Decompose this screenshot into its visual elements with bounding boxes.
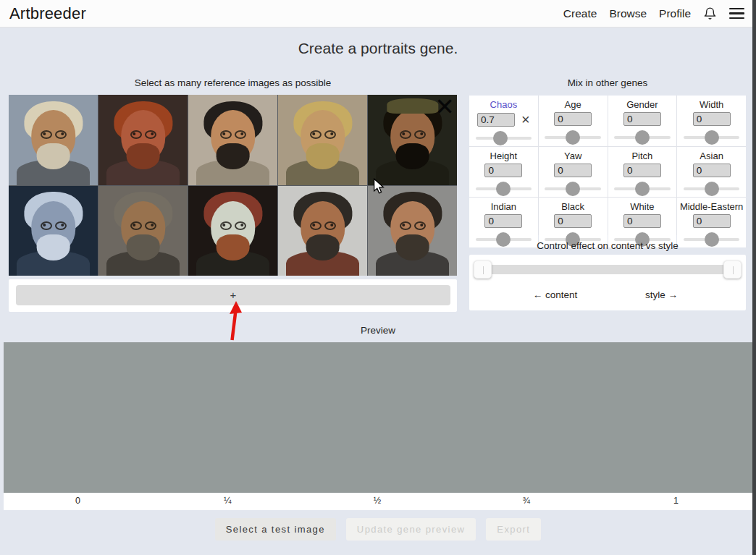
export-button[interactable]: Export [486,518,541,541]
portrait-beard [216,143,250,169]
content-style-range-slider[interactable] [475,265,740,274]
gene-value-input[interactable] [623,112,661,126]
portrait-beard [126,234,160,260]
gene-value-input[interactable] [554,112,592,126]
reference-section-header: Select as many reference images as possi… [9,77,457,88]
gene-slider[interactable] [476,131,532,146]
gene-slider[interactable] [614,130,671,145]
gene-value-input[interactable] [484,214,522,228]
gene-slider[interactable] [545,130,601,145]
reference-image[interactable] [278,186,367,276]
gene-cell: Asian [677,147,746,197]
slider-thumb[interactable] [566,130,580,145]
portrait-beard [395,234,429,260]
page-title: Create a portraits gene. [0,40,756,57]
navbar: Artbreeder Create Browse Profile [0,0,756,27]
reference-image[interactable] [98,95,188,185]
slider-thumb[interactable] [705,130,719,145]
gene-cell: Gender [608,96,677,146]
gene-slider[interactable] [684,130,740,145]
portrait-beard [126,143,160,169]
glasses-icon [310,221,336,230]
gene-label: Asian [700,151,723,161]
preview-area [4,342,752,493]
axis-tick-label: ¼ [224,496,231,506]
remove-gene-icon[interactable]: × [521,112,530,127]
gene-value-input[interactable] [623,214,661,228]
gene-label: Chaos [490,99,518,110]
gene-slider[interactable] [545,182,601,197]
nav-link-create[interactable]: Create [563,7,597,20]
slider-thumb[interactable] [635,130,650,145]
range-handle-left[interactable] [474,260,492,279]
preview-header: Preview [0,325,756,336]
gene-cell: Chaos × [469,96,538,146]
update-gene-preview-button[interactable]: Update gene preview [346,518,476,541]
gene-value-input[interactable] [477,113,515,127]
gene-value-input[interactable] [484,164,522,177]
close-icon[interactable]: ✕ [434,95,455,120]
gene-slider[interactable] [614,182,671,197]
gene-label: Height [490,151,518,161]
nav-link-browse[interactable]: Browse [609,7,647,20]
mouse-cursor [373,178,385,194]
hamburger-menu-icon[interactable] [729,8,744,20]
portrait-hat [387,98,438,114]
glasses-icon [220,130,246,139]
reference-image[interactable] [278,95,367,185]
gene-value-input[interactable] [623,164,661,177]
range-handle-right[interactable] [723,260,742,279]
gene-cell: Pitch [608,147,677,197]
reference-image[interactable] [98,186,188,276]
glasses-icon [130,130,156,139]
style-label: style → [645,289,678,300]
nav-link-profile[interactable]: Profile [659,7,691,20]
portrait-beard [36,143,70,169]
gene-label: White [630,201,654,212]
bell-icon[interactable] [703,7,717,21]
portrait-beard [395,143,429,169]
axis-tick-label: 0 [75,496,80,506]
app-logo[interactable]: Artbreeder [9,4,86,23]
gene-mixer-panel: Chaos × Age Gender Width [469,96,746,235]
reference-image[interactable] [9,186,98,276]
slider-thumb[interactable] [705,182,719,196]
gene-cell: Yaw [539,147,608,197]
preview-tick-axis: 0¼½¾1 [4,493,752,510]
gene-label: Gender [626,99,658,110]
portrait-beard [306,234,340,260]
reference-image[interactable] [368,186,457,276]
slider-thumb[interactable] [496,182,511,196]
control-section-header: Control effect on content vs style [469,240,746,251]
reference-image[interactable] [188,186,277,276]
portrait-beard [36,234,70,260]
reference-image[interactable] [9,95,98,185]
gene-label: Black [561,201,584,212]
slider-thumb[interactable] [493,131,508,145]
window-right-edge [752,0,756,555]
gene-value-input[interactable] [693,214,731,228]
gene-label: Pitch [631,151,652,161]
glasses-icon [41,221,67,230]
portrait-beard [216,234,250,260]
reference-image-grid: ✕ [9,95,457,276]
gene-value-input[interactable] [554,214,592,228]
axis-tick-label: ½ [374,496,381,506]
slider-thumb[interactable] [635,182,650,196]
gene-slider[interactable] [476,182,532,197]
gene-cell: Age [539,96,608,146]
reference-image[interactable]: ✕ [368,95,457,185]
gene-value-input[interactable] [693,112,731,126]
glasses-icon [130,221,156,230]
gene-slider[interactable] [684,182,740,197]
select-test-image-button[interactable]: Select a test image [215,518,336,541]
glasses-icon [400,130,426,139]
reference-image[interactable] [188,95,277,185]
glasses-icon [220,221,246,230]
gene-cell: Height [469,147,538,197]
glasses-icon [310,130,336,139]
gene-label: Width [700,99,723,110]
gene-value-input[interactable] [554,164,592,177]
gene-value-input[interactable] [693,164,731,177]
slider-thumb[interactable] [566,182,580,196]
